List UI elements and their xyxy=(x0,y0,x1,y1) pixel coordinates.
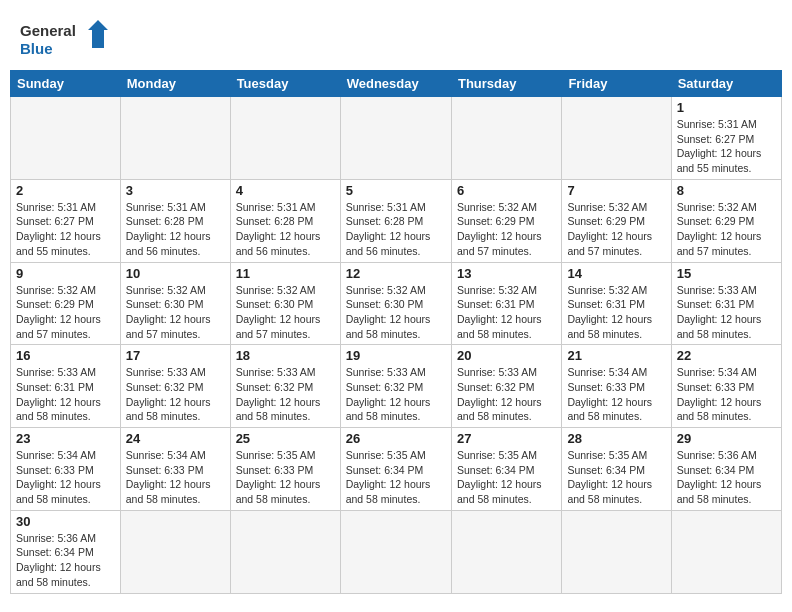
calendar-cell: 20Sunrise: 5:33 AMSunset: 6:32 PMDayligh… xyxy=(451,345,561,428)
day-number: 23 xyxy=(16,431,115,446)
cell-sun-info: Sunrise: 5:34 AMSunset: 6:33 PMDaylight:… xyxy=(567,365,665,424)
day-number: 19 xyxy=(346,348,446,363)
day-number: 10 xyxy=(126,266,225,281)
weekday-header-friday: Friday xyxy=(562,71,671,97)
calendar-cell: 28Sunrise: 5:35 AMSunset: 6:34 PMDayligh… xyxy=(562,428,671,511)
calendar-cell: 21Sunrise: 5:34 AMSunset: 6:33 PMDayligh… xyxy=(562,345,671,428)
day-number: 3 xyxy=(126,183,225,198)
calendar-cell xyxy=(120,97,230,180)
cell-sun-info: Sunrise: 5:36 AMSunset: 6:34 PMDaylight:… xyxy=(16,531,115,590)
cell-sun-info: Sunrise: 5:32 AMSunset: 6:29 PMDaylight:… xyxy=(16,283,115,342)
calendar-cell: 2Sunrise: 5:31 AMSunset: 6:27 PMDaylight… xyxy=(11,179,121,262)
cell-sun-info: Sunrise: 5:33 AMSunset: 6:32 PMDaylight:… xyxy=(126,365,225,424)
cell-sun-info: Sunrise: 5:33 AMSunset: 6:32 PMDaylight:… xyxy=(457,365,556,424)
cell-sun-info: Sunrise: 5:31 AMSunset: 6:27 PMDaylight:… xyxy=(677,117,776,176)
cell-sun-info: Sunrise: 5:32 AMSunset: 6:31 PMDaylight:… xyxy=(567,283,665,342)
calendar-cell: 8Sunrise: 5:32 AMSunset: 6:29 PMDaylight… xyxy=(671,179,781,262)
calendar-header-row: SundayMondayTuesdayWednesdayThursdayFrid… xyxy=(11,71,782,97)
calendar-cell xyxy=(230,510,340,593)
cell-sun-info: Sunrise: 5:32 AMSunset: 6:29 PMDaylight:… xyxy=(457,200,556,259)
calendar-cell: 24Sunrise: 5:34 AMSunset: 6:33 PMDayligh… xyxy=(120,428,230,511)
logo-svg: General Blue xyxy=(20,18,110,60)
weekday-header-saturday: Saturday xyxy=(671,71,781,97)
calendar-cell: 25Sunrise: 5:35 AMSunset: 6:33 PMDayligh… xyxy=(230,428,340,511)
calendar-cell: 13Sunrise: 5:32 AMSunset: 6:31 PMDayligh… xyxy=(451,262,561,345)
calendar-week-1: 1Sunrise: 5:31 AMSunset: 6:27 PMDaylight… xyxy=(11,97,782,180)
day-number: 8 xyxy=(677,183,776,198)
day-number: 28 xyxy=(567,431,665,446)
cell-sun-info: Sunrise: 5:35 AMSunset: 6:34 PMDaylight:… xyxy=(457,448,556,507)
day-number: 7 xyxy=(567,183,665,198)
cell-sun-info: Sunrise: 5:35 AMSunset: 6:33 PMDaylight:… xyxy=(236,448,335,507)
cell-sun-info: Sunrise: 5:33 AMSunset: 6:32 PMDaylight:… xyxy=(346,365,446,424)
cell-sun-info: Sunrise: 5:32 AMSunset: 6:29 PMDaylight:… xyxy=(677,200,776,259)
weekday-header-wednesday: Wednesday xyxy=(340,71,451,97)
day-number: 22 xyxy=(677,348,776,363)
calendar-cell: 29Sunrise: 5:36 AMSunset: 6:34 PMDayligh… xyxy=(671,428,781,511)
calendar-cell: 23Sunrise: 5:34 AMSunset: 6:33 PMDayligh… xyxy=(11,428,121,511)
calendar-cell xyxy=(671,510,781,593)
cell-sun-info: Sunrise: 5:34 AMSunset: 6:33 PMDaylight:… xyxy=(126,448,225,507)
day-number: 1 xyxy=(677,100,776,115)
cell-sun-info: Sunrise: 5:31 AMSunset: 6:28 PMDaylight:… xyxy=(346,200,446,259)
cell-sun-info: Sunrise: 5:31 AMSunset: 6:28 PMDaylight:… xyxy=(126,200,225,259)
cell-sun-info: Sunrise: 5:32 AMSunset: 6:29 PMDaylight:… xyxy=(567,200,665,259)
calendar-cell: 12Sunrise: 5:32 AMSunset: 6:30 PMDayligh… xyxy=(340,262,451,345)
calendar-cell: 5Sunrise: 5:31 AMSunset: 6:28 PMDaylight… xyxy=(340,179,451,262)
calendar-cell xyxy=(451,510,561,593)
calendar-week-2: 2Sunrise: 5:31 AMSunset: 6:27 PMDaylight… xyxy=(11,179,782,262)
cell-sun-info: Sunrise: 5:35 AMSunset: 6:34 PMDaylight:… xyxy=(346,448,446,507)
calendar-cell: 4Sunrise: 5:31 AMSunset: 6:28 PMDaylight… xyxy=(230,179,340,262)
day-number: 18 xyxy=(236,348,335,363)
calendar-cell: 16Sunrise: 5:33 AMSunset: 6:31 PMDayligh… xyxy=(11,345,121,428)
day-number: 24 xyxy=(126,431,225,446)
day-number: 13 xyxy=(457,266,556,281)
cell-sun-info: Sunrise: 5:33 AMSunset: 6:31 PMDaylight:… xyxy=(16,365,115,424)
day-number: 11 xyxy=(236,266,335,281)
day-number: 5 xyxy=(346,183,446,198)
calendar-cell xyxy=(230,97,340,180)
day-number: 29 xyxy=(677,431,776,446)
calendar-cell: 15Sunrise: 5:33 AMSunset: 6:31 PMDayligh… xyxy=(671,262,781,345)
calendar-cell: 18Sunrise: 5:33 AMSunset: 6:32 PMDayligh… xyxy=(230,345,340,428)
calendar-cell: 22Sunrise: 5:34 AMSunset: 6:33 PMDayligh… xyxy=(671,345,781,428)
calendar-cell: 9Sunrise: 5:32 AMSunset: 6:29 PMDaylight… xyxy=(11,262,121,345)
calendar-cell xyxy=(562,97,671,180)
logo: General Blue xyxy=(20,18,110,60)
calendar-cell: 30Sunrise: 5:36 AMSunset: 6:34 PMDayligh… xyxy=(11,510,121,593)
cell-sun-info: Sunrise: 5:31 AMSunset: 6:28 PMDaylight:… xyxy=(236,200,335,259)
weekday-header-tuesday: Tuesday xyxy=(230,71,340,97)
calendar-cell: 14Sunrise: 5:32 AMSunset: 6:31 PMDayligh… xyxy=(562,262,671,345)
calendar-cell xyxy=(120,510,230,593)
calendar-table: SundayMondayTuesdayWednesdayThursdayFrid… xyxy=(10,70,782,594)
cell-sun-info: Sunrise: 5:31 AMSunset: 6:27 PMDaylight:… xyxy=(16,200,115,259)
day-number: 25 xyxy=(236,431,335,446)
cell-sun-info: Sunrise: 5:32 AMSunset: 6:30 PMDaylight:… xyxy=(236,283,335,342)
cell-sun-info: Sunrise: 5:34 AMSunset: 6:33 PMDaylight:… xyxy=(16,448,115,507)
calendar-cell: 27Sunrise: 5:35 AMSunset: 6:34 PMDayligh… xyxy=(451,428,561,511)
calendar-cell: 19Sunrise: 5:33 AMSunset: 6:32 PMDayligh… xyxy=(340,345,451,428)
cell-sun-info: Sunrise: 5:33 AMSunset: 6:31 PMDaylight:… xyxy=(677,283,776,342)
calendar-cell xyxy=(340,97,451,180)
cell-sun-info: Sunrise: 5:35 AMSunset: 6:34 PMDaylight:… xyxy=(567,448,665,507)
calendar-cell xyxy=(562,510,671,593)
calendar-cell: 1Sunrise: 5:31 AMSunset: 6:27 PMDaylight… xyxy=(671,97,781,180)
calendar-cell: 3Sunrise: 5:31 AMSunset: 6:28 PMDaylight… xyxy=(120,179,230,262)
cell-sun-info: Sunrise: 5:32 AMSunset: 6:31 PMDaylight:… xyxy=(457,283,556,342)
day-number: 9 xyxy=(16,266,115,281)
calendar-cell xyxy=(451,97,561,180)
day-number: 6 xyxy=(457,183,556,198)
page-header: General Blue xyxy=(10,10,782,64)
calendar-week-6: 30Sunrise: 5:36 AMSunset: 6:34 PMDayligh… xyxy=(11,510,782,593)
calendar-cell xyxy=(340,510,451,593)
day-number: 17 xyxy=(126,348,225,363)
calendar-cell: 11Sunrise: 5:32 AMSunset: 6:30 PMDayligh… xyxy=(230,262,340,345)
calendar-cell: 10Sunrise: 5:32 AMSunset: 6:30 PMDayligh… xyxy=(120,262,230,345)
day-number: 30 xyxy=(16,514,115,529)
day-number: 14 xyxy=(567,266,665,281)
cell-sun-info: Sunrise: 5:36 AMSunset: 6:34 PMDaylight:… xyxy=(677,448,776,507)
weekday-header-monday: Monday xyxy=(120,71,230,97)
weekday-header-thursday: Thursday xyxy=(451,71,561,97)
svg-text:Blue: Blue xyxy=(20,40,53,57)
svg-marker-2 xyxy=(88,20,108,48)
